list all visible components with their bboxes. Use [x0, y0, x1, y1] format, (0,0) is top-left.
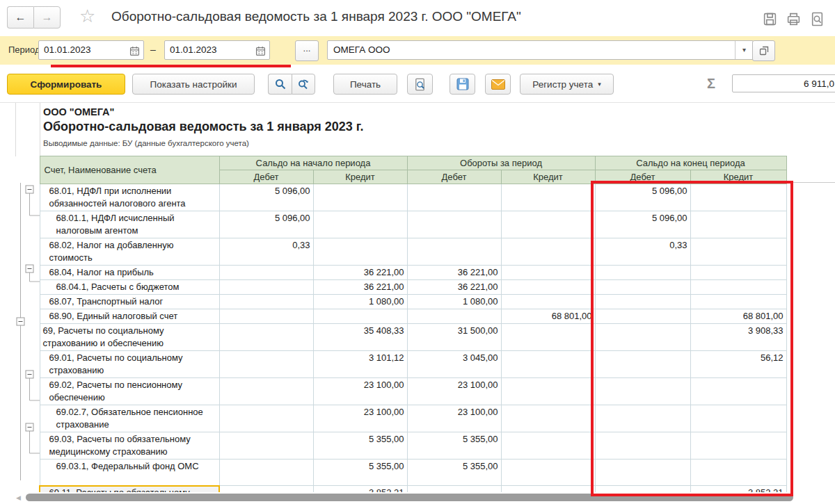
value-cell[interactable]: 5 096,00 — [595, 184, 690, 211]
value-cell[interactable]: 23 100,00 — [407, 378, 501, 405]
print-button[interactable]: Печать — [333, 74, 397, 95]
value-cell[interactable] — [595, 324, 690, 351]
value-cell[interactable]: 5 355,00 — [313, 460, 407, 486]
value-cell[interactable] — [219, 378, 313, 405]
value-cell[interactable]: 3 101,12 — [313, 351, 407, 378]
favorite-star-icon[interactable]: ☆ — [79, 6, 95, 26]
value-cell[interactable] — [313, 309, 407, 324]
value-cell[interactable] — [595, 432, 690, 460]
value-cell[interactable]: 5 355,00 — [407, 432, 501, 460]
period-from-input[interactable]: 01.01.2023 — [38, 40, 144, 60]
scroll-left-arrow[interactable]: ◀ — [16, 494, 21, 501]
value-cell[interactable] — [690, 432, 786, 460]
value-cell[interactable] — [219, 324, 313, 351]
value-cell[interactable] — [501, 378, 595, 405]
column-header-credit[interactable]: Кредит — [313, 170, 407, 184]
value-cell[interactable] — [595, 295, 690, 309]
value-cell[interactable]: 5 096,00 — [219, 211, 313, 238]
account-cell[interactable]: 68.90, Единый налоговый счет — [40, 309, 219, 324]
value-cell[interactable] — [690, 295, 786, 309]
period-to-input[interactable]: 01.01.2023 — [164, 40, 270, 60]
value-cell[interactable] — [219, 309, 313, 324]
value-cell[interactable] — [501, 184, 595, 211]
value-cell[interactable] — [501, 266, 595, 280]
account-cell[interactable]: 68.01, НДФЛ при исполнении обязанностей … — [40, 184, 219, 211]
value-cell[interactable] — [219, 351, 313, 378]
value-cell[interactable] — [690, 184, 786, 211]
chevron-down-icon[interactable]: ▾ — [735, 41, 753, 59]
column-group-start-balance[interactable]: Сальдо на начало периода — [219, 156, 407, 170]
organization-select[interactable]: ОМЕГА ООО ▾ — [327, 40, 754, 60]
scrollbar-thumb[interactable] — [26, 494, 793, 501]
account-cell[interactable]: 69.03.1, Федеральный фонд ОМС — [40, 460, 219, 486]
value-cell[interactable] — [219, 266, 313, 280]
value-cell[interactable]: 68 801,00 — [501, 309, 595, 324]
value-cell[interactable]: 36 221,00 — [313, 280, 407, 295]
value-cell[interactable] — [501, 405, 595, 432]
value-cell[interactable] — [595, 378, 690, 405]
account-cell[interactable]: 69.02, Расчеты по пенсионному обеспечени… — [40, 378, 219, 405]
value-cell[interactable] — [690, 460, 786, 486]
value-cell[interactable]: 56,12 — [690, 351, 786, 378]
value-cell[interactable] — [595, 351, 690, 378]
value-cell[interactable]: 5 096,00 — [219, 184, 313, 211]
send-email-button[interactable] — [485, 74, 511, 95]
value-cell[interactable]: 23 100,00 — [407, 405, 501, 432]
column-header-debit[interactable]: Дебет — [407, 170, 501, 184]
value-cell[interactable]: 35 408,33 — [313, 324, 407, 351]
value-cell[interactable] — [501, 351, 595, 378]
value-cell[interactable]: 36 221,00 — [313, 266, 407, 280]
value-cell[interactable] — [595, 405, 690, 432]
save-report-button[interactable] — [450, 74, 475, 95]
value-cell[interactable] — [407, 238, 501, 266]
value-cell[interactable] — [501, 460, 595, 486]
value-cell[interactable]: 23 100,00 — [313, 378, 407, 405]
value-cell[interactable] — [595, 309, 690, 324]
column-header-debit[interactable]: Дебет — [595, 170, 690, 184]
column-header-account[interactable]: Счет, Наименование счета — [40, 156, 219, 184]
value-cell[interactable] — [219, 432, 313, 460]
value-cell[interactable] — [501, 432, 595, 460]
value-cell[interactable] — [690, 266, 786, 280]
value-cell[interactable]: 0,33 — [219, 238, 313, 266]
print-icon[interactable] — [785, 10, 802, 27]
value-cell[interactable] — [595, 266, 690, 280]
column-header-credit[interactable]: Кредит — [501, 170, 595, 184]
column-group-turnover[interactable]: Обороты за период — [407, 156, 595, 170]
value-cell[interactable]: 36 221,00 — [407, 266, 501, 280]
value-cell[interactable] — [690, 211, 786, 238]
value-cell[interactable] — [595, 460, 690, 486]
preview-icon[interactable] — [809, 10, 825, 27]
account-cell[interactable]: 68.02, Налог на добавленную стоимость — [40, 238, 219, 266]
value-cell[interactable]: 1 080,00 — [313, 295, 407, 309]
show-settings-button[interactable]: Показать настройки — [132, 74, 255, 95]
value-cell[interactable] — [407, 309, 501, 324]
account-cell[interactable]: 68.07, Транспортный налог — [40, 295, 219, 309]
forward-button[interactable]: → — [33, 6, 61, 29]
value-cell[interactable] — [501, 238, 595, 266]
value-cell[interactable] — [407, 184, 501, 211]
account-cell[interactable]: 69, Расчеты по социальному страхованию и… — [40, 324, 219, 351]
period-more-button[interactable]: ... — [295, 40, 319, 61]
value-cell[interactable] — [595, 280, 690, 295]
value-cell[interactable] — [219, 280, 313, 295]
column-header-credit[interactable]: Кредит — [690, 170, 786, 184]
value-cell[interactable] — [219, 405, 313, 432]
value-cell[interactable]: 5 355,00 — [407, 460, 501, 486]
account-cell[interactable]: 68.04.1, Расчеты с бюджетом — [40, 280, 219, 295]
save-icon[interactable] — [761, 10, 778, 27]
back-button[interactable]: ← — [7, 6, 33, 29]
search-button[interactable] — [268, 74, 292, 95]
account-cell[interactable]: 69.02.7, Обязательное пенсионное страхов… — [40, 405, 219, 432]
value-cell[interactable] — [690, 378, 786, 405]
value-cell[interactable]: 3 908,33 — [690, 324, 786, 351]
value-cell[interactable] — [313, 238, 407, 266]
print-preview-button[interactable] — [407, 74, 433, 95]
value-cell[interactable]: 5 355,00 — [313, 432, 407, 460]
value-cell[interactable] — [501, 280, 595, 295]
calendar-icon[interactable] — [129, 44, 140, 63]
calendar-icon[interactable] — [255, 44, 266, 63]
account-cell[interactable]: 68.01.1, НДФЛ исчисленный налоговым аген… — [40, 211, 219, 238]
value-cell[interactable] — [690, 405, 786, 432]
value-cell[interactable] — [501, 295, 595, 309]
